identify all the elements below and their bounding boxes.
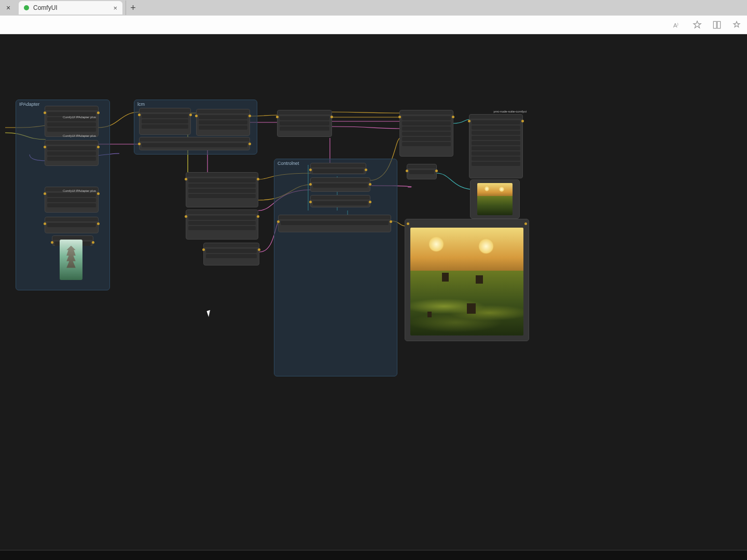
preview-image-node-small[interactable]	[470, 179, 520, 219]
svg-text:A⁾: A⁾	[673, 22, 679, 29]
window-close-button[interactable]: ×	[2, 2, 15, 14]
tab-title: ComfyUI	[33, 4, 58, 11]
browser-tab-comfyui[interactable]: ComfyUI ×	[19, 1, 122, 15]
graph-node[interactable]	[278, 215, 391, 232]
graph-node[interactable]	[139, 137, 250, 150]
browser-toolbar: A⁾	[0, 16, 747, 34]
graph-node[interactable]	[310, 195, 370, 207]
node-label: ComfyUI IPAdapter plus	[45, 115, 99, 119]
reader-icon[interactable]: A⁾	[672, 20, 683, 30]
graph-node[interactable]	[277, 110, 332, 137]
graph-node[interactable]	[186, 172, 258, 207]
node-label: ComfyUI IPAdapter plus	[45, 134, 99, 138]
browser-tab-strip: × ComfyUI × +	[0, 0, 747, 16]
tab-close-button[interactable]: ×	[113, 4, 117, 12]
favorites-star-icon[interactable]	[731, 20, 742, 30]
graph-node[interactable]	[45, 217, 99, 233]
graph-node[interactable]	[186, 209, 258, 240]
graph-node[interactable]	[45, 140, 99, 166]
graph-node[interactable]	[196, 109, 250, 136]
graph-node[interactable]	[407, 164, 437, 179]
graph-node[interactable]	[139, 108, 191, 135]
svg-rect-2	[717, 21, 721, 28]
tab-favicon	[24, 5, 29, 10]
preview-image-pagoda[interactable]	[60, 240, 82, 280]
graph-node[interactable]	[310, 177, 370, 192]
graph-node[interactable]	[399, 110, 453, 157]
new-tab-button[interactable]: +	[126, 1, 140, 15]
graph-node[interactable]	[203, 243, 259, 265]
mouse-cursor	[206, 310, 214, 317]
node-label: ComfyUI IPAdapter plus	[45, 189, 99, 193]
graph-node[interactable]	[45, 106, 99, 137]
status-bar	[0, 550, 747, 560]
favorite-icon[interactable]	[692, 20, 702, 30]
comfyui-canvas[interactable]: IPAdapter lcm Controlnet ComfyUI IPAdapt…	[0, 34, 747, 550]
suite-label: ymc-node-suite-comfyui	[482, 109, 529, 114]
graph-node[interactable]	[310, 163, 366, 174]
graph-node[interactable]	[469, 114, 523, 178]
collections-icon[interactable]	[712, 20, 722, 30]
preview-image-node-large[interactable]	[405, 219, 529, 341]
svg-rect-1	[713, 21, 716, 28]
group-title: lcm	[134, 100, 257, 108]
